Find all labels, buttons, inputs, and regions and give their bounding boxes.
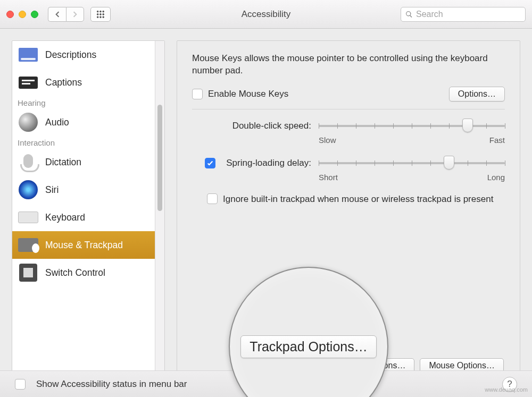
chevron-right-icon: [72, 11, 78, 18]
sidebar-item-label: Descriptions: [45, 49, 96, 61]
sidebar-item-label: Keyboard: [45, 212, 85, 223]
ignore-trackpad-label: Ignore built-in trackpad when mouse or w…: [223, 193, 493, 206]
checkmark-icon: [206, 159, 214, 167]
spring-loading-min-label: Short: [319, 173, 338, 182]
descriptions-icon: [18, 44, 39, 65]
sidebar-item-label: Audio: [45, 117, 69, 128]
spring-loading-slider[interactable]: [319, 162, 505, 164]
spring-loading-label: Spring-loading delay:: [226, 158, 311, 168]
spring-loading-row: Spring-loading delay:: [192, 156, 505, 182]
captions-icon: [18, 72, 39, 93]
nav-back-forward: [48, 7, 84, 22]
sidebar-item-captions[interactable]: Captions: [12, 69, 155, 96]
show-status-checkbox[interactable]: [15, 379, 26, 390]
show-status-label: Show Accessibility status in menu bar: [36, 379, 187, 390]
double-click-max-label: Fast: [489, 136, 505, 145]
double-click-speed-row: Double-click speed:: [192, 119, 505, 145]
back-button[interactable]: [48, 7, 66, 22]
sidebar-item-label: Captions: [45, 77, 82, 88]
divider: [192, 109, 505, 109]
magnified-trackpad-options: Trackpad Options…: [240, 335, 376, 358]
sidebar-item-label: Dictation: [45, 157, 81, 168]
sidebar-item-mouse-trackpad[interactable]: Mouse & Trackpad: [12, 231, 155, 259]
spring-loading-max-label: Long: [487, 173, 505, 182]
window-controls: [6, 11, 38, 18]
sidebar-item-descriptions[interactable]: Descriptions: [12, 41, 155, 69]
double-click-speed-knob[interactable]: [462, 119, 473, 132]
double-click-min-label: Slow: [319, 136, 336, 145]
sidebar-item-switch-control[interactable]: Switch Control: [12, 259, 155, 286]
mouse-keys-description: Mouse Keys allows the mouse pointer to b…: [192, 53, 505, 77]
grid-icon: [96, 10, 105, 19]
sidebar-item-audio[interactable]: Audio: [12, 108, 155, 136]
prefpane-body: Descriptions Captions Hearing Audio Inte…: [0, 29, 532, 397]
siri-icon: [18, 179, 39, 200]
search-icon: [405, 11, 413, 18]
sidebar-item-label: Mouse & Trackpad: [45, 240, 123, 251]
sidebar-item-siri[interactable]: Siri: [12, 176, 155, 204]
sidebar-group-hearing: Hearing: [12, 96, 155, 108]
show-all-button[interactable]: [90, 7, 111, 22]
sidebar-item-label: Siri: [45, 184, 59, 196]
keyboard-icon: [18, 207, 39, 228]
enable-mouse-keys-label: Enable Mouse Keys: [208, 89, 288, 99]
chevron-left-icon: [54, 11, 61, 18]
sidebar-item-label: Switch Control: [45, 267, 105, 278]
switch-control-icon: [18, 262, 39, 283]
minimize-window-button[interactable]: [19, 11, 26, 18]
ignore-trackpad-checkbox[interactable]: [207, 193, 218, 204]
double-click-speed-label: Double-click speed:: [232, 121, 311, 131]
sidebar-group-interaction: Interaction: [12, 136, 155, 148]
enable-mouse-keys-checkbox[interactable]: [192, 89, 203, 99]
search-input[interactable]: [416, 10, 521, 19]
dictation-icon: [18, 151, 39, 173]
zoom-window-button[interactable]: [31, 11, 38, 18]
mouse-keys-options-button[interactable]: Options…: [449, 87, 505, 102]
titlebar: Accessibility: [0, 0, 532, 29]
close-window-button[interactable]: [6, 11, 14, 18]
sidebar-item-dictation[interactable]: Dictation: [12, 148, 155, 176]
audio-icon: [18, 112, 39, 133]
watermark: www.deuaq.com: [485, 386, 528, 393]
sidebar: Descriptions Captions Hearing Audio Inte…: [12, 40, 165, 385]
forward-button[interactable]: [66, 7, 84, 22]
sidebar-list[interactable]: Descriptions Captions Hearing Audio Inte…: [12, 41, 155, 385]
spring-loading-checkbox[interactable]: [205, 158, 215, 168]
double-click-speed-slider[interactable]: [319, 125, 505, 127]
spring-loading-knob[interactable]: [444, 156, 454, 170]
mouse-trackpad-icon: [18, 234, 39, 256]
sidebar-item-keyboard[interactable]: Keyboard: [12, 204, 155, 231]
search-field[interactable]: [401, 7, 526, 22]
sidebar-scrollbar[interactable]: [155, 41, 164, 385]
